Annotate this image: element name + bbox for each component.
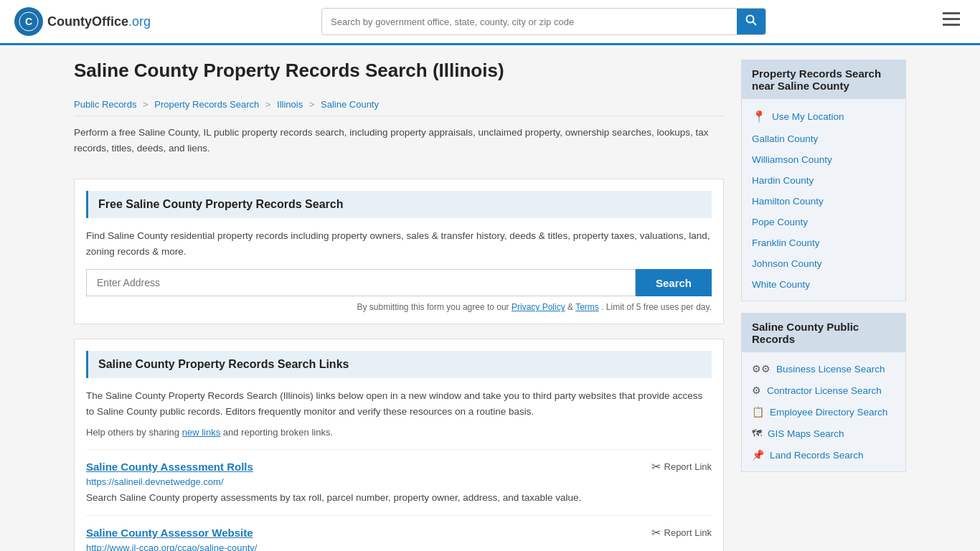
report-link-button-1[interactable]: ✂ Report Link: [651, 526, 712, 540]
sidebar-link-gallatin[interactable]: Gallatin County: [742, 128, 905, 149]
sidebar-link-hardin[interactable]: Hardin County: [742, 170, 905, 191]
svg-rect-4: [943, 12, 960, 14]
link-url-1[interactable]: http://www.il-ccao.org/ccao/saline-count…: [86, 542, 712, 551]
sidebar-link-johnson[interactable]: Johnson County: [742, 253, 905, 274]
site-header: C CountyOffice.org: [0, 0, 980, 45]
page-title: Saline County Property Records Search (I…: [74, 60, 724, 82]
svg-line-3: [753, 22, 757, 26]
nearby-counties-links: 📍 Use My Location Gallatin County Willia…: [742, 99, 905, 301]
header-search-button[interactable]: [737, 9, 765, 34]
public-records-section: Saline County Public Records ⚙⚙ Business…: [741, 313, 906, 472]
address-search-button[interactable]: Search: [636, 269, 712, 296]
links-section: Saline County Property Records Search Li…: [74, 339, 724, 551]
free-search-header: Free Saline County Property Records Sear…: [86, 191, 712, 218]
gear-icon: ⚙⚙: [752, 363, 771, 375]
map-icon: 🗺: [752, 428, 762, 439]
sidebar-link-pope[interactable]: Pope County: [742, 212, 905, 232]
public-records-links: ⚙⚙ Business License Search ⚙ Contractor …: [742, 352, 905, 471]
main-layout: Saline County Property Records Search (I…: [60, 60, 920, 551]
address-search-form: Search: [86, 269, 712, 296]
sidebar-link-contractor-license[interactable]: ⚙ Contractor License Search: [742, 380, 905, 401]
header-search-input[interactable]: [322, 11, 737, 33]
link-item: Saline County Assessor Website ✂ Report …: [86, 515, 712, 551]
svg-rect-5: [943, 18, 960, 20]
link-title-assessor-website[interactable]: Saline County Assessor Website: [86, 527, 253, 539]
help-text: Help others by sharing new links and rep…: [86, 427, 712, 438]
form-notice: By submitting this form you agree to our…: [86, 302, 712, 312]
logo-text: CountyOffice.org: [47, 14, 151, 29]
nearby-counties-section: Property Records Search near Saline Coun…: [741, 60, 906, 301]
breadcrumb: Public Records > Property Records Search…: [74, 93, 724, 116]
land-icon: 📌: [752, 449, 764, 461]
links-section-header: Saline County Property Records Search Li…: [86, 351, 712, 378]
privacy-policy-link[interactable]: Privacy Policy: [512, 302, 565, 312]
sidebar-link-business-license[interactable]: ⚙⚙ Business License Search: [742, 358, 905, 380]
link-item: Saline County Assessment Rolls ✂ Report …: [86, 449, 712, 515]
breadcrumb-saline-county[interactable]: Saline County: [321, 99, 379, 110]
svg-point-2: [747, 16, 754, 23]
links-description: The Saline County Property Records Searc…: [86, 388, 712, 419]
page-description: Perform a free Saline County, IL public …: [74, 125, 724, 166]
sidebar-link-land-records[interactable]: 📌 Land Records Search: [742, 444, 905, 466]
link-item-header-2: Saline County Assessor Website ✂ Report …: [86, 526, 712, 540]
free-search-section: Free Saline County Property Records Sear…: [74, 179, 724, 324]
hamburger-menu-button[interactable]: [937, 9, 966, 34]
new-links-link[interactable]: new links: [182, 427, 220, 438]
employee-icon: 📋: [752, 406, 764, 418]
link-url-0[interactable]: https://salineil.devnetwedge.com/: [86, 476, 712, 487]
svg-rect-6: [943, 24, 960, 26]
free-search-description: Find Saline County residential property …: [86, 228, 712, 259]
sidebar: Property Records Search near Saline Coun…: [741, 60, 906, 551]
link-item-header: Saline County Assessment Rolls ✂ Report …: [86, 460, 712, 474]
nearby-counties-header: Property Records Search near Saline Coun…: [742, 60, 905, 99]
terms-link[interactable]: Terms: [575, 302, 599, 312]
sidebar-link-gis-maps[interactable]: 🗺 GIS Maps Search: [742, 423, 905, 444]
header-search-bar[interactable]: [321, 8, 766, 35]
breadcrumb-illinois[interactable]: Illinois: [277, 99, 303, 110]
address-input[interactable]: [86, 269, 636, 296]
gear-icon-2: ⚙: [752, 385, 761, 396]
logo-icon: C: [14, 7, 43, 36]
link-title-assessment-rolls[interactable]: Saline County Assessment Rolls: [86, 461, 253, 473]
public-records-header: Saline County Public Records: [742, 314, 905, 352]
sidebar-link-franklin[interactable]: Franklin County: [742, 232, 905, 253]
breadcrumb-property-records-search[interactable]: Property Records Search: [154, 99, 259, 110]
sidebar-link-williamson[interactable]: Williamson County: [742, 149, 905, 170]
sidebar-link-white[interactable]: White County: [742, 274, 905, 295]
location-icon: 📍: [752, 110, 766, 123]
breadcrumb-public-records[interactable]: Public Records: [74, 99, 136, 110]
report-link-button-0[interactable]: ✂ Report Link: [651, 460, 712, 474]
svg-text:C: C: [25, 16, 32, 27]
sidebar-link-hamilton[interactable]: Hamilton County: [742, 191, 905, 212]
use-my-location-link[interactable]: 📍 Use My Location: [742, 105, 905, 128]
main-content: Saline County Property Records Search (I…: [74, 60, 724, 551]
sidebar-link-employee-directory[interactable]: 📋 Employee Directory Search: [742, 401, 905, 423]
link-desc-0: Search Saline County property assessment…: [86, 491, 712, 505]
logo-area: C CountyOffice.org: [14, 7, 151, 36]
